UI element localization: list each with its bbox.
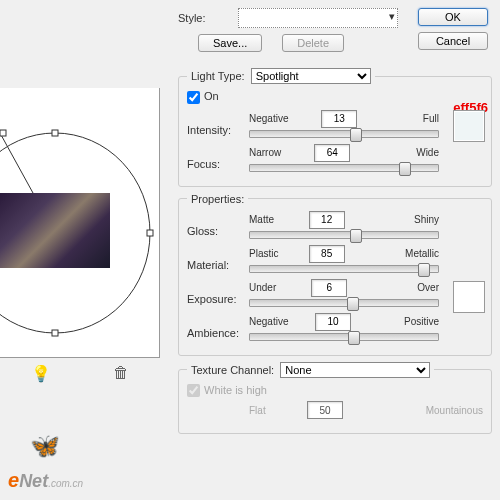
exposure-slider[interactable]: [249, 299, 439, 307]
material-value[interactable]: [309, 245, 345, 263]
texture-value: [307, 401, 343, 419]
white-high-checkbox: [187, 384, 200, 397]
gloss-slider[interactable]: [249, 231, 439, 239]
properties-group: Properties: Gloss: MatteShiny Material: …: [178, 193, 492, 356]
slider-thumb[interactable]: [399, 162, 411, 176]
light-type-select[interactable]: Spotlight: [251, 68, 371, 84]
white-high-wrap: White is high: [187, 384, 267, 396]
style-label: Style:: [178, 12, 238, 24]
svg-rect-3: [0, 130, 6, 136]
ambience-value[interactable]: [315, 313, 351, 331]
properties-label: Properties:: [187, 193, 248, 205]
on-checkbox-wrap[interactable]: On: [187, 90, 219, 102]
svg-rect-4: [147, 230, 153, 236]
light-bulb-icon[interactable]: 💡: [31, 364, 51, 383]
focus-slider[interactable]: [249, 164, 439, 172]
light-type-label: Light Type:: [191, 70, 245, 82]
butterfly-decoration: 🦋: [30, 432, 60, 460]
intensity-value[interactable]: [321, 110, 357, 128]
material-slider[interactable]: [249, 265, 439, 273]
slider-thumb[interactable]: [348, 331, 360, 345]
gloss-value[interactable]: [309, 211, 345, 229]
light-color-swatch[interactable]: [453, 110, 485, 142]
slider-thumb[interactable]: [418, 263, 430, 277]
ambience-label: Ambience:: [187, 313, 249, 339]
slider-thumb[interactable]: [350, 229, 362, 243]
slider-thumb[interactable]: [347, 297, 359, 311]
style-dropdown[interactable]: ▾: [238, 8, 398, 28]
watermark: eNet.com.cn: [8, 469, 83, 492]
gloss-label: Gloss:: [187, 211, 249, 237]
texture-channel-select[interactable]: None: [280, 362, 430, 378]
focus-label: Focus:: [187, 144, 249, 170]
slider-thumb[interactable]: [350, 128, 362, 142]
exposure-value[interactable]: [311, 279, 347, 297]
save-button[interactable]: Save...: [198, 34, 262, 52]
properties-color-swatch[interactable]: [453, 281, 485, 313]
preview-thumbnail: [0, 193, 110, 268]
svg-rect-5: [52, 330, 58, 336]
preview-area[interactable]: [0, 88, 160, 358]
texture-group: Texture Channel: None White is high Flat…: [178, 362, 492, 435]
intensity-slider[interactable]: [249, 130, 439, 138]
material-label: Material:: [187, 245, 249, 271]
on-checkbox[interactable]: [187, 91, 200, 104]
light-type-group: Light Type: Spotlight On Intensity: Nega…: [178, 68, 492, 187]
focus-value[interactable]: [314, 144, 350, 162]
cancel-button[interactable]: Cancel: [418, 32, 488, 50]
intensity-label: Intensity:: [187, 110, 249, 136]
trash-icon[interactable]: 🗑: [113, 364, 129, 383]
ok-button[interactable]: OK: [418, 8, 488, 26]
svg-rect-6: [52, 130, 58, 136]
exposure-label: Exposure:: [187, 279, 249, 305]
delete-button: Delete: [282, 34, 344, 52]
ambience-slider[interactable]: [249, 333, 439, 341]
texture-channel-label: Texture Channel:: [191, 364, 274, 376]
